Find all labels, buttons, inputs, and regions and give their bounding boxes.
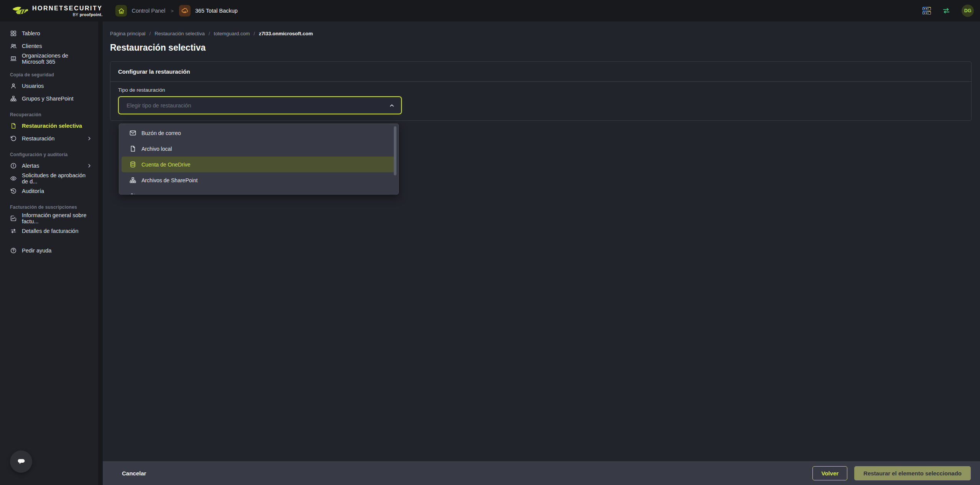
chevron-right-icon xyxy=(87,163,92,168)
sidebar-item-auditoria[interactable]: Auditoría xyxy=(0,185,98,197)
sidebar: Tablero Clientes Organizaciones de Micro… xyxy=(0,21,98,485)
sidebar-item-label: Solicitudes de aprobación de d... xyxy=(22,172,92,185)
sitemap-icon xyxy=(10,95,17,102)
sidebar-item-alertas[interactable]: Alertas xyxy=(0,159,98,172)
sitemap-icon xyxy=(129,177,136,184)
option-label: Cuenta de OneDrive xyxy=(141,162,191,168)
people-icon xyxy=(10,43,17,49)
sidebar-item-grupos-sharepoint[interactable]: Grupos y SharePoint xyxy=(0,92,98,105)
clock-history-icon xyxy=(10,188,17,195)
brand-byline: BY proofpoint. xyxy=(73,12,103,17)
sidebar-item-label: Información general sobre factu... xyxy=(22,212,92,224)
sidebar-item-restauracion[interactable]: Restauración xyxy=(0,132,98,145)
dropdown-scrollbar-thumb[interactable] xyxy=(394,126,396,175)
home-icon[interactable] xyxy=(115,5,127,16)
cloud-backup-icon[interactable] xyxy=(179,5,191,16)
sidebar-item-pedir-ayuda[interactable]: Pedir ayuda xyxy=(0,244,98,257)
transfer-arrows-icon[interactable] xyxy=(942,7,951,15)
restore-type-label: Tipo de restauración xyxy=(118,87,964,93)
control-panel-link[interactable]: Control Panel xyxy=(132,8,165,14)
option-cuenta-de-onedrive[interactable]: Cuenta de OneDrive xyxy=(122,157,395,172)
option-archivo-local[interactable]: Archivo local xyxy=(122,141,395,157)
help-circle-icon xyxy=(10,247,17,254)
sidebar-item-informacion-facturacion[interactable]: Información general sobre factu... xyxy=(0,212,98,224)
sidebar-item-label: Detalles de facturación xyxy=(22,228,79,234)
configure-restore-card: Configurar la restauración Tipo de resta… xyxy=(110,61,972,121)
laptop-icon xyxy=(10,55,17,62)
file-icon xyxy=(10,122,17,129)
breadcrumb-separator: / xyxy=(254,31,255,36)
sidebar-item-solicitudes-aprobacion[interactable]: Solicitudes de aprobación de d... xyxy=(0,172,98,185)
chart-icon xyxy=(10,215,17,222)
hornetsecurity-logo[interactable]: HORNETSECURITY BY proofpoint. xyxy=(12,5,102,17)
sidebar-item-organizaciones-m365[interactable]: Organizaciones de Microsoft 365 xyxy=(0,52,98,65)
sidebar-item-usuarios[interactable]: Usuarios xyxy=(0,79,98,92)
restore-type-dropdown: Buzón de correo Archivo local Cuenta de … xyxy=(119,124,399,195)
sidebar-item-label: Pedir ayuda xyxy=(22,247,51,254)
option-label: Archivos de SharePoint xyxy=(141,177,197,183)
page-title: Restauración selectiva xyxy=(110,43,972,53)
sidebar-item-detalles-facturacion[interactable]: Detalles de facturación xyxy=(0,224,98,237)
nav-separator: > xyxy=(171,8,174,14)
sidebar-item-label: Grupos y SharePoint xyxy=(22,96,74,102)
alert-circle-icon xyxy=(10,162,17,169)
main-content: Página principal / Restauración selectiv… xyxy=(103,21,980,485)
sidebar-item-tablero[interactable]: Tablero xyxy=(0,27,98,40)
avatar[interactable]: DG xyxy=(962,5,974,17)
sidebar-item-label: Clientes xyxy=(22,43,42,49)
transfer-arrows-icon xyxy=(10,228,17,234)
card-body: Tipo de restauración Elegir tipo de rest… xyxy=(110,82,971,120)
topbar-right: DG xyxy=(922,5,974,17)
sidebar-item-clientes[interactable]: Clientes xyxy=(0,40,98,52)
people-icon xyxy=(129,192,136,195)
option-label: Buzón de correo xyxy=(141,130,181,136)
topbar: HORNETSECURITY BY proofpoint. Control Pa… xyxy=(0,0,980,21)
breadcrumb-pagina-principal[interactable]: Página principal xyxy=(110,31,146,36)
back-button[interactable]: Volver xyxy=(812,466,847,480)
restore-selected-button[interactable]: Restaurar el elemento seleccionado xyxy=(854,466,971,480)
sidebar-section-facturacion: Facturación de suscripciones xyxy=(0,203,98,212)
breadcrumb-current: z7l33.onmicrosoft.com xyxy=(259,31,313,36)
breadcrumb-totemguard[interactable]: totemguard.com xyxy=(214,31,250,36)
chat-launcher[interactable] xyxy=(10,450,32,473)
option-label: Archivo local xyxy=(141,146,172,152)
speech-bubble-icon xyxy=(16,456,26,467)
restore-history-icon xyxy=(10,135,17,142)
database-icon xyxy=(129,161,136,168)
card-header: Configurar la restauración xyxy=(110,62,971,82)
sidebar-section-configuracion-auditoria: Configuración y auditoría xyxy=(0,150,98,159)
footer-bar: Cancelar Volver Restaurar el elemento se… xyxy=(103,461,980,485)
breadcrumb-separator: / xyxy=(209,31,210,36)
sidebar-item-label: Auditoría xyxy=(22,188,44,194)
sidebar-item-label: Alertas xyxy=(22,163,39,169)
mail-icon xyxy=(129,129,136,137)
breadcrumb-restauracion-selectiva[interactable]: Restauración selectiva xyxy=(155,31,205,36)
grid-icon xyxy=(10,30,17,37)
sidebar-item-restauracion-selectiva[interactable]: Restauración selectiva xyxy=(0,119,98,132)
user-icon xyxy=(10,82,17,89)
sidebar-section-recuperacion: Recuperación xyxy=(0,110,98,119)
option-buzon-de-correo[interactable]: Buzón de correo xyxy=(122,125,395,141)
brand-name: HORNETSECURITY xyxy=(32,5,102,12)
breadcrumb-separator: / xyxy=(150,31,151,36)
breadcrumb: Página principal / Restauración selectiv… xyxy=(110,31,972,36)
chevron-right-icon xyxy=(87,136,92,141)
eye-icon xyxy=(10,175,17,182)
sidebar-item-label: Restauración xyxy=(22,135,54,142)
option-clipped[interactable] xyxy=(122,188,395,195)
select-placeholder: Elegir tipo de restauración xyxy=(127,102,389,109)
restore-type-select[interactable]: Elegir tipo de restauración xyxy=(118,96,402,114)
option-archivos-de-sharepoint[interactable]: Archivos de SharePoint xyxy=(122,172,395,188)
sidebar-item-label: Restauración selectiva xyxy=(22,123,82,129)
chevron-up-icon xyxy=(389,102,395,109)
sidebar-section-copia-de-seguridad: Copia de seguridad xyxy=(0,70,98,79)
sidebar-item-label: Organizaciones de Microsoft 365 xyxy=(22,53,92,65)
file-icon xyxy=(129,145,136,152)
brand-text: HORNETSECURITY BY proofpoint. xyxy=(32,5,102,17)
server-stack-icon[interactable] xyxy=(922,7,931,15)
cancel-button[interactable]: Cancelar xyxy=(122,470,146,477)
sidebar-item-label: Tablero xyxy=(22,30,40,36)
hornet-icon xyxy=(12,5,28,16)
sidebar-item-label: Usuarios xyxy=(22,83,44,89)
app-switcher: Control Panel > 365 Total Backup xyxy=(115,5,237,16)
